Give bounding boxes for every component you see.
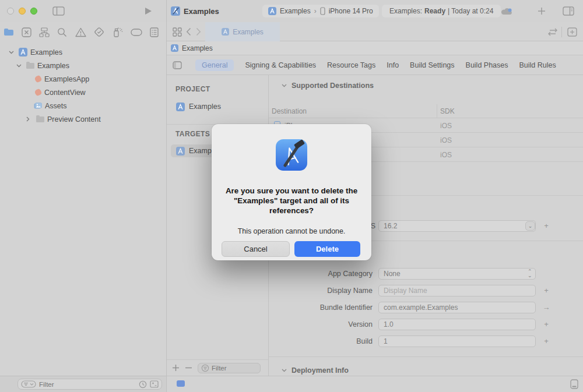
- version-label: Version: [269, 320, 373, 329]
- xcode-project-icon: [19, 48, 27, 56]
- tree-item-preview-content[interactable]: Preview Content: [0, 112, 166, 126]
- asset-catalog-icon: [34, 103, 42, 110]
- editor-bottom-bar: [166, 376, 583, 392]
- arrow-icon[interactable]: →: [542, 303, 551, 312]
- dropdown-chevron-icon[interactable]: ⌄: [525, 221, 535, 231]
- add-icon[interactable]: +: [542, 320, 551, 329]
- tab-examples[interactable]: Examples: [205, 22, 280, 41]
- xcode-app-icon: [275, 138, 308, 171]
- phone-icon: [320, 7, 325, 15]
- related-items-grid-icon[interactable]: [173, 27, 182, 37]
- report-navigator-icon[interactable]: [150, 27, 159, 37]
- tab-resource-tags[interactable]: Resource Tags: [327, 61, 375, 69]
- chevron-right-icon[interactable]: [26, 116, 33, 122]
- run-button[interactable]: [145, 7, 152, 15]
- tab-general[interactable]: General: [195, 59, 234, 71]
- navigator-filter-field[interactable]: [17, 379, 162, 390]
- add-icon[interactable]: +: [542, 286, 551, 295]
- version-field[interactable]: [378, 319, 536, 330]
- tree-item-examples-project[interactable]: Examples: [0, 45, 166, 59]
- tree-item-examplesapp[interactable]: ExamplesApp: [0, 72, 166, 86]
- debug-navigator-icon[interactable]: [112, 27, 123, 37]
- scheme-selector[interactable]: Examples › iPhone 14 Pro: [262, 5, 379, 17]
- minimize-window-button[interactable]: [19, 8, 26, 15]
- destination-sdk[interactable]: iOS: [440, 122, 452, 130]
- tree-item-examples-group[interactable]: Examples: [0, 59, 166, 72]
- status-project: Examples:: [389, 7, 422, 15]
- add-target-icon[interactable]: [172, 364, 180, 372]
- table-header-divider: [269, 118, 583, 118]
- project-navigator-icon[interactable]: [3, 28, 14, 36]
- chevron-down-icon[interactable]: [282, 84, 287, 87]
- find-navigator-icon[interactable]: [57, 27, 67, 37]
- navigate-forward-icon[interactable]: [196, 27, 201, 36]
- xcode-project-icon: [176, 147, 185, 156]
- folder-icon: [26, 63, 34, 69]
- source-control-navigator-icon[interactable]: [22, 27, 31, 37]
- tab-build-settings[interactable]: Build Settings: [410, 61, 454, 69]
- close-window-button[interactable]: [7, 8, 14, 15]
- breakpoint-navigator-icon[interactable]: [131, 29, 142, 36]
- app-category-select[interactable]: None: [378, 268, 536, 280]
- add-icon[interactable]: +: [542, 337, 551, 345]
- dialog-title: Are you sure you want to delete the "Exa…: [220, 186, 363, 216]
- dialog-message: This operation cannot be undone.: [220, 227, 363, 235]
- tree-item-label: ExamplesApp: [44, 75, 89, 83]
- bundle-identifier-field[interactable]: [378, 302, 536, 313]
- filter-input[interactable]: [39, 381, 109, 388]
- tab-build-rules[interactable]: Build Rules: [519, 61, 556, 69]
- tab-build-phases[interactable]: Build Phases: [466, 61, 508, 69]
- navigator-divider[interactable]: [166, 0, 167, 392]
- cloud-status-icon[interactable]: [500, 8, 513, 16]
- tree-item-contentview[interactable]: ContentView: [0, 86, 166, 99]
- delete-button[interactable]: Delete: [294, 241, 360, 257]
- navigate-back-icon[interactable]: [186, 27, 191, 36]
- chevron-down-icon[interactable]: [16, 64, 23, 68]
- destination-sdk[interactable]: iOS: [440, 136, 452, 144]
- jump-bar[interactable]: Examples: [167, 41, 583, 55]
- add-button[interactable]: [538, 7, 546, 15]
- editor-focus-icon[interactable]: [177, 380, 185, 387]
- device-preview-icon[interactable]: [570, 379, 578, 389]
- breadcrumb: Examples: [182, 44, 213, 52]
- swap-editor-icon[interactable]: [547, 28, 558, 36]
- build-field[interactable]: [378, 336, 536, 347]
- build-label: Build: [269, 337, 373, 345]
- recent-files-clock-icon[interactable]: [139, 380, 147, 389]
- min-deployment-field[interactable]: [378, 220, 536, 232]
- symbol-navigator-icon[interactable]: [39, 27, 50, 37]
- project-section-header: PROJECT: [175, 85, 210, 93]
- source-control-status-icon[interactable]: [150, 380, 159, 388]
- test-navigator-icon[interactable]: [94, 27, 104, 37]
- cancel-button[interactable]: Cancel: [222, 241, 290, 257]
- display-name-field[interactable]: [378, 285, 536, 296]
- issue-navigator-icon[interactable]: [75, 27, 86, 37]
- toggle-navigator-icon[interactable]: [52, 6, 65, 16]
- window-title: Examples: [184, 7, 219, 16]
- targets-filter-field[interactable]: [198, 363, 261, 373]
- toggle-inspector-icon[interactable]: [173, 61, 182, 69]
- add-deployment-icon[interactable]: +: [542, 221, 551, 230]
- remove-target-icon[interactable]: [185, 364, 192, 372]
- target-editor-tabs: General Signing & Capabilities Resource …: [166, 55, 583, 75]
- column-divider: [437, 104, 437, 118]
- bundle-identifier-label: Bundle Identifier: [269, 303, 373, 312]
- destination-sdk[interactable]: iOS: [440, 151, 452, 159]
- supported-destinations-section: Supported Destinations: [282, 82, 374, 90]
- editor-layout-icon[interactable]: [563, 6, 574, 16]
- chevron-down-icon[interactable]: [282, 369, 287, 372]
- activity-status[interactable]: Examples: Ready | Today at 0:24: [382, 5, 501, 17]
- add-editor-icon[interactable]: [567, 27, 577, 37]
- tab-signing-capabilities[interactable]: Signing & Capabilities: [245, 61, 316, 69]
- zoom-window-button[interactable]: [30, 8, 37, 15]
- folder-icon: [36, 116, 44, 122]
- tree-item-assets[interactable]: Assets: [0, 99, 166, 112]
- targets-filter-input[interactable]: [212, 365, 252, 372]
- section-title: Deployment Info: [292, 366, 349, 375]
- stepper-icon[interactable]: ⌃⌄: [528, 270, 532, 278]
- tree-item-label: Examples: [37, 62, 69, 70]
- chevron-down-icon[interactable]: [9, 51, 16, 54]
- filter-icon: [201, 364, 209, 372]
- xcode-project-icon: [222, 28, 229, 36]
- tab-info[interactable]: Info: [387, 61, 399, 69]
